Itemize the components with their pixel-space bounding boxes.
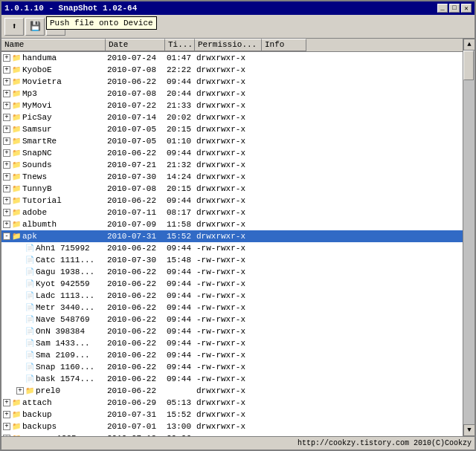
table-row[interactable]: +📁TunnyB2010-07-0820:15drwxrwxr-x	[1, 183, 463, 195]
scrollbar-track[interactable]	[463, 51, 475, 424]
table-row[interactable]: 📄Metr 3440...2010-06-2209:44-rw-rwxr-x	[1, 302, 463, 314]
file-time-cell: 09:44	[165, 244, 195, 253]
file-icon: 📄	[25, 339, 34, 348]
table-row[interactable]: +📁prel02010-06-22drwxrwxr-x	[1, 385, 463, 397]
expand-button[interactable]: +	[3, 114, 10, 121]
table-row[interactable]: +📁SnapNC2010-06-2209:44drwxrwxr-x	[1, 147, 463, 159]
expand-button[interactable]: +	[3, 102, 10, 109]
table-row[interactable]: 📄Kyot 9425592010-06-2209:44-rw-rwxr-x	[1, 278, 463, 290]
folder-icon: 📁	[12, 410, 21, 419]
table-row[interactable]: 📄Snap 1160...2010-06-2209:44-rw-rwxr-x	[1, 361, 463, 373]
expand-button[interactable]: +	[3, 161, 10, 169]
table-row[interactable]: +📁PicSay2010-07-1420:02drwxrwxr-x	[1, 111, 463, 123]
expand-button[interactable]: +	[3, 66, 10, 74]
file-name-text: Ladc 1113...	[36, 291, 94, 300]
scrollbar-vertical[interactable]: ▲ ▼	[463, 39, 475, 436]
expand-button[interactable]: +	[3, 90, 10, 97]
table-row[interactable]: 📄Gagu 1938...2010-06-2209:44-rw-rwxr-x	[1, 266, 463, 278]
folder-icon: 📁	[12, 137, 21, 146]
table-row[interactable]: 📄Sma 2109...2010-06-2209:44-rw-rwxr-x	[1, 349, 463, 361]
table-row[interactable]: +📁Tnews2010-07-3014:24drwxrwxr-x	[1, 171, 463, 183]
expand-button[interactable]: +	[3, 149, 10, 157]
file-time-cell: 21:32	[165, 160, 195, 169]
table-row[interactable]: +📁Tutorial2010-06-2209:44drwxrwxr-x	[1, 195, 463, 207]
table-row[interactable]: +📁Samsur2010-07-0520:15drwxrwxr-x	[1, 123, 463, 135]
table-row[interactable]: +📁albumth2010-07-0911:58drwxrwxr-x	[1, 218, 463, 230]
scrollbar-down-button[interactable]: ▼	[463, 424, 475, 436]
file-perms-cell: -rw-rwxr-x	[195, 267, 262, 276]
expand-button[interactable]: +	[3, 197, 10, 204]
file-name-text: OnN 398384	[36, 327, 85, 336]
table-row[interactable]: 📄Sam 1433...2010-06-2209:44-rw-rwxr-x	[1, 337, 463, 349]
table-row[interactable]: 📄Nave 5487692010-06-2209:44-rw-rwxr-x	[1, 314, 463, 325]
maximize-button[interactable]: □	[449, 4, 460, 13]
table-row[interactable]: +📁Mp32010-07-0820:44drwxrwxr-x	[1, 88, 463, 100]
main-window: 1.0.1.10 - SnapShot 1.02-64 _ □ ✕ ⬆ 💾 — …	[0, 0, 476, 451]
table-row[interactable]: +📁handuma2010-07-2401:47drwxrwxr-x	[1, 52, 463, 64]
file-date-cell: 2010-07-11	[106, 208, 165, 217]
file-perms-cell: -rw-rwxr-x	[195, 291, 262, 300]
col-header-time[interactable]: Ti...	[165, 39, 195, 51]
file-name-cell: +📁TunnyB	[1, 184, 106, 193]
close-button[interactable]: ✕	[461, 4, 472, 13]
file-list-container: Name Date Ti... Permissio... Info +📁hand…	[1, 39, 463, 436]
col-header-date[interactable]: Date	[106, 39, 165, 51]
toolbar-btn-2[interactable]: 💾	[25, 18, 45, 36]
table-row[interactable]: +📁attach2010-06-2905:13drwxrwxr-x	[1, 397, 463, 409]
file-icon: 📄	[25, 303, 34, 312]
file-name-cell: 📄Gagu 1938...	[1, 267, 106, 276]
table-row[interactable]: 📄bask 1574...2010-06-2209:44-rw-rwxr-x	[1, 373, 463, 385]
table-row[interactable]: +📁SmartRe2010-07-0501:10drwxrwxr-x	[1, 135, 463, 147]
col-header-info[interactable]: Info	[262, 39, 306, 51]
file-date-cell: 2010-07-31	[106, 410, 165, 419]
table-row[interactable]: 📄Ahn1 7159922010-06-2209:44-rw-rwxr-x	[1, 242, 463, 254]
table-row[interactable]: +📁backups2010-07-0113:00drwxrwxr-x	[1, 421, 463, 432]
expand-button[interactable]: +	[3, 185, 10, 192]
expand-button[interactable]: +	[3, 173, 10, 181]
file-list[interactable]: +📁handuma2010-07-2401:47drwxrwxr-x+📁Kyob…	[1, 52, 463, 436]
scrollbar-thumb[interactable]	[463, 51, 474, 80]
col-header-name[interactable]: Name	[1, 39, 106, 51]
file-time-cell: 15:48	[165, 256, 195, 265]
table-row[interactable]: -📁apk2010-07-3115:52drwxrwxr-x	[1, 230, 463, 242]
table-row[interactable]: 📄OnN 3983842010-06-2209:44-rw-rwxr-x	[1, 325, 463, 337]
expand-button[interactable]: +	[3, 411, 10, 418]
file-name-cell: 📄Snap 1160...	[1, 363, 106, 371]
minimize-button[interactable]: _	[437, 4, 448, 13]
table-row[interactable]: +📁MyMovi2010-07-2221:33drwxrwxr-x	[1, 100, 463, 111]
expand-placeholder	[16, 292, 24, 299]
expand-button[interactable]: +	[3, 54, 10, 62]
table-row[interactable]: +📁backup2010-07-3115:52drwxrwxr-x	[1, 409, 463, 421]
file-time-cell: 15:52	[165, 232, 195, 241]
expand-button[interactable]: -	[3, 233, 10, 240]
toolbar-tooltip: Push file onto Device	[46, 16, 157, 30]
folder-icon: 📁	[12, 172, 21, 181]
toolbar-btn-1[interactable]: ⬆	[4, 18, 24, 36]
table-row[interactable]: +📁Sounds2010-07-2121:32drwxrwxr-x	[1, 159, 463, 171]
expand-button[interactable]: +	[3, 137, 10, 145]
table-row[interactable]: +📁KyoboE2010-07-0822:22drwxrwxr-x	[1, 64, 463, 76]
scrollbar-up-button[interactable]: ▲	[463, 39, 475, 51]
expand-button[interactable]: +	[3, 209, 10, 216]
file-time-cell: 22:22	[165, 65, 195, 74]
expand-button[interactable]: +	[3, 399, 10, 406]
table-row[interactable]: 📄Catc 1111...2010-07-3015:48-rw-rwxr-x	[1, 254, 463, 266]
folder-icon: 📁	[12, 125, 21, 134]
col-header-perms[interactable]: Permissio...	[195, 39, 262, 51]
expand-button[interactable]: +	[3, 221, 10, 228]
expand-button[interactable]: +	[3, 423, 10, 430]
table-row[interactable]: +📁adobe2010-07-1108:17drwxrwxr-x	[1, 207, 463, 218]
expand-button[interactable]: +	[16, 387, 24, 395]
folder-icon: 📁	[12, 160, 21, 169]
file-perms-cell: drwxrwxr-x	[195, 232, 262, 241]
file-perms-cell: drwxrwxr-x	[195, 422, 262, 431]
expand-button[interactable]: +	[3, 126, 10, 133]
file-date-cell: 2010-07-24	[106, 53, 165, 62]
expand-button[interactable]: +	[3, 78, 10, 85]
file-name-cell: +📁Movietra	[1, 77, 106, 86]
file-date-cell: 2010-07-14	[106, 113, 165, 122]
table-row[interactable]: +📁Movietra2010-06-2209:44drwxrwxr-x	[1, 76, 463, 88]
table-row[interactable]: 📄Ladc 1113...2010-06-2209:44-rw-rwxr-x	[1, 290, 463, 302]
file-time-cell: 09:44	[165, 351, 195, 360]
file-name-text: handuma	[22, 53, 57, 62]
